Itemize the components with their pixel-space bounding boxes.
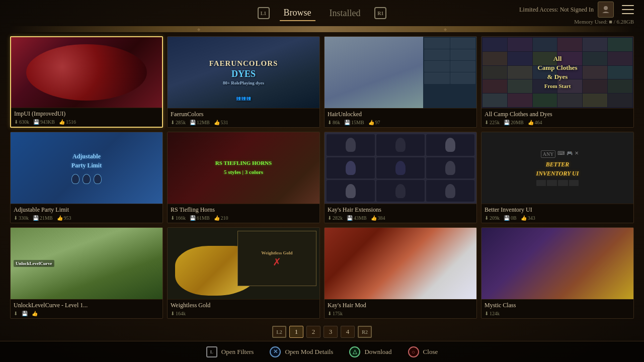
mod-stats: ⬇ 209k 💾 0B 👍 343 (485, 215, 630, 221)
page-wrapper: L1 Browse Installed R1 Limited Access: N… (0, 0, 644, 362)
pagination: L2 1 2 3 4 R2 (0, 323, 644, 341)
mod-stats: ⬇ 282k 💾 43MB 👍 384 (328, 215, 473, 221)
faerun-title: FAERUNCOLORS (209, 59, 278, 69)
downloads-stat: ⬇ 630k (14, 119, 29, 125)
mod-thumbnail-camp: AllCamp Clothes& DyesFrom Start (481, 37, 633, 108)
mod-info-hair: HairUnlocked ⬇ 86k 💾 15MB 👍 97 (325, 108, 476, 127)
mod-card-unlock[interactable]: UnlockLevelCurve UnlockLevelCurve - Leve… (10, 227, 163, 319)
page-1-button[interactable]: 1 (289, 326, 303, 338)
mod-name: ImpUI (ImprovedUI) (14, 110, 159, 118)
size-stat: 💾 943KB (33, 119, 55, 125)
mod-thumbnail-tiefling: RS TIEFLING HORNS5 styles | 3 colors (168, 132, 319, 204)
mod-card-partylimit[interactable]: AdjustableParty Limit Adjustable Party L… (10, 132, 163, 223)
likes-stat: 👍 1516 (59, 119, 76, 125)
mod-card-faeruncolors[interactable]: FAERUNCOLORS DYES 80+ RolePlaying dyes 👥… (167, 36, 320, 128)
menu-icon[interactable] (622, 5, 634, 14)
mod-name: All Camp Clothes and Dyes (485, 111, 630, 118)
r1-button[interactable]: R1 (374, 7, 386, 19)
mod-thumbnail-kayhairext (325, 132, 476, 204)
triangle-button-icon: △ (349, 346, 360, 357)
mod-thumbnail-betterinv: ANY ⌨🎮✕ BETTERINVENTORY UI (481, 132, 633, 204)
mod-card-tiefling[interactable]: RS TIEFLING HORNS5 styles | 3 colors RS … (167, 132, 320, 223)
weightless-x-icon: ✗ (273, 257, 281, 267)
tab-navigation: L1 Browse Installed R1 (258, 6, 387, 21)
header-divider (10, 26, 634, 32)
mod-card-hairunlocked[interactable]: HairUnlocked ⬇ 86k 💾 15MB 👍 97 (324, 36, 477, 128)
mod-details-label: Open Mod Details (285, 348, 333, 356)
mod-info-faerun: FaerunColors ⬇ 285k 💾 12MB 👍 531 (168, 108, 319, 127)
mod-info-mystic: Mystic Class ⬇ 124k (481, 299, 633, 318)
avatar-icon (601, 5, 610, 14)
mod-name: Better Inventory UI (485, 206, 630, 214)
mod-card-mystic[interactable]: Mystic Class ⬇ 124k (481, 227, 634, 319)
mod-name: FaerunColors (171, 111, 316, 118)
mod-stats: ⬇ 285k 💾 12MB 👍 531 (171, 120, 316, 125)
party-text: AdjustableParty Limit (71, 152, 102, 184)
mod-name: UnlockLevelCurve - Level 1... (14, 302, 159, 309)
mod-thumbnail-unlock: UnlockLevelCurve (11, 228, 163, 299)
tab-installed[interactable]: Installed (326, 6, 365, 21)
faerun-dyes: DYES (209, 68, 278, 80)
mods-grid: ImpUI (ImprovedUI) ⬇ 630k 💾 943KB 👍 1516… (10, 36, 634, 319)
mod-card-impui[interactable]: ImpUI (ImprovedUI) ⬇ 630k 💾 943KB 👍 1516 (10, 36, 163, 128)
mod-name: RS Tiefling Horns (171, 206, 316, 214)
mod-thumbnail-hairunlocked (325, 37, 476, 108)
mod-info-kayhairext: Kay's Hair Extensions ⬇ 282k 💾 43MB 👍 38… (325, 204, 476, 223)
action-filters[interactable]: L Open Filters (206, 346, 254, 357)
page-2-button[interactable]: 2 (306, 326, 320, 338)
x-button-icon: ✕ (270, 346, 281, 357)
weightless-popup-title: Weightless Gold (261, 250, 292, 255)
mod-thumbnail-impui (11, 37, 162, 108)
svg-point-0 (604, 6, 608, 10)
header-right: Limited Access: Not Signed In Memory Use… (519, 2, 634, 25)
mod-card-kayhair[interactable]: Kay's Hair Mod ⬇ 175k (324, 227, 477, 319)
mod-info-camp: All Camp Clothes and Dyes ⬇ 225k 💾 20MB … (481, 108, 633, 127)
user-status-row: Limited Access: Not Signed In (519, 2, 634, 18)
avatar[interactable] (598, 2, 614, 18)
mod-stats: ⬇ 164k (171, 311, 316, 316)
action-mod-details[interactable]: ✕ Open Mod Details (270, 346, 333, 357)
circle-button-icon: ○ (408, 346, 419, 357)
action-close[interactable]: ○ Close (408, 346, 438, 357)
mod-name: Weightless Gold (171, 302, 316, 309)
mod-card-kayhairext[interactable]: Kay's Hair Extensions ⬇ 282k 💾 43MB 👍 38… (324, 132, 477, 223)
tiefling-text: RS TIEFLING HORNS5 styles | 3 colors (215, 159, 272, 176)
mod-card-betterinv[interactable]: ANY ⌨🎮✕ BETTERINVENTORY UI Better I (481, 132, 634, 223)
mod-info-party: Adjustable Party Limit ⬇ 330k 💾 21MB 👍 9… (11, 204, 163, 223)
mod-card-campclothes[interactable]: AllCamp Clothes& DyesFrom Start All Camp… (481, 36, 634, 128)
mod-name: HairUnlocked (328, 111, 473, 118)
mod-thumbnail-party: AdjustableParty Limit (11, 132, 163, 204)
mod-name: Adjustable Party Limit (14, 206, 159, 214)
page-l2-button[interactable]: L2 (272, 326, 286, 338)
main-content: ImpUI (ImprovedUI) ⬇ 630k 💾 943KB 👍 1516… (0, 32, 644, 323)
page-3-button[interactable]: 3 (324, 326, 338, 338)
mod-stats: ⬇ 330k 💾 21MB 👍 953 (14, 215, 159, 221)
l1-action-icon: L (206, 346, 217, 357)
memory-usage: Memory Used: ■ / 6.28GB (574, 19, 634, 25)
l1-button[interactable]: L1 (258, 7, 270, 19)
page-r2-button[interactable]: R2 (358, 326, 372, 338)
mod-info-unlock: UnlockLevelCurve - Level 1... ⬇ 💾 👍 (11, 299, 163, 318)
faerun-subtitle: 80+ RolePlaying dyes (209, 80, 278, 86)
mod-info-tiefling: RS Tiefling Horns ⬇ 166k 💾 61MB 👍 210 (168, 204, 319, 223)
mod-info-betterinv: Better Inventory UI ⬇ 209k 💾 0B 👍 343 (481, 204, 633, 223)
mod-info-kayhair: Kay's Hair Mod ⬇ 175k (325, 299, 476, 318)
mod-card-weightless[interactable]: Weightless Gold ✗ Weightless Gold ⬇ 164k (167, 227, 320, 319)
mod-stats: ⬇ 225k 💾 20MB 👍 464 (485, 120, 630, 125)
camp-text-overlay: AllCamp Clothes& DyesFrom Start (537, 54, 577, 91)
mod-stats: ⬇ 630k 💾 943KB 👍 1516 (14, 119, 159, 125)
close-label: Close (423, 348, 438, 356)
page-4-button[interactable]: 4 (341, 326, 355, 338)
mod-name: Kay's Hair Mod (328, 302, 473, 309)
user-status-text: Limited Access: Not Signed In (519, 6, 594, 14)
mod-info-weightless: Weightless Gold ⬇ 164k (168, 299, 319, 318)
mod-stats: ⬇ 86k 💾 15MB 👍 97 (328, 120, 473, 125)
faerun-chars: 👥👥👥 (236, 96, 251, 101)
mod-name: Kay's Hair Extensions (328, 206, 473, 214)
tab-browse[interactable]: Browse (280, 6, 315, 21)
mod-stats: ⬇ 💾 👍 (14, 311, 159, 316)
download-label: Download (364, 348, 391, 356)
mod-thumbnail-weightless: Weightless Gold ✗ (168, 228, 319, 299)
mod-thumbnail-mystic (481, 228, 633, 299)
action-download[interactable]: △ Download (349, 346, 391, 357)
